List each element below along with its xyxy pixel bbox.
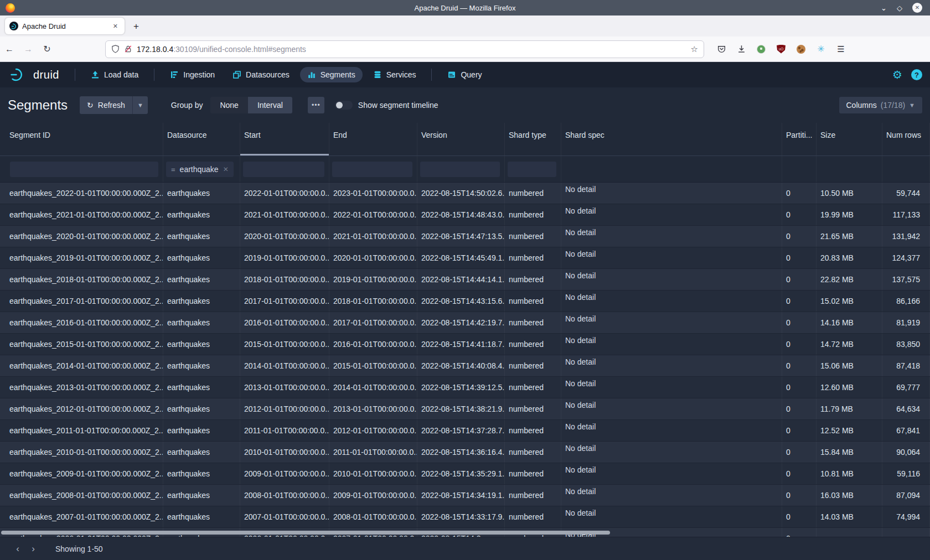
- cell-version[interactable]: 2022-08-15T14:38:21.9...: [417, 398, 505, 419]
- column-header-partition[interactable]: Partiti...: [782, 123, 817, 155]
- cell-version[interactable]: 2022-08-15T14:34:19.1...: [417, 485, 505, 506]
- cell-partition[interactable]: 0: [782, 463, 817, 484]
- cell-start[interactable]: 2009-01-01T00:00:00.0...: [240, 463, 329, 484]
- cell-id[interactable]: earthquakes_2017-01-01T00:00:00.000Z_2..…: [0, 291, 163, 312]
- cell-end[interactable]: 2008-01-01T00:00:00.0...: [329, 506, 417, 527]
- cell-end[interactable]: 2021-01-01T00:00:00.0...: [329, 226, 417, 247]
- gear-icon[interactable]: ⚙: [892, 69, 902, 80]
- cell-partition[interactable]: 0: [782, 485, 817, 506]
- more-options-button[interactable]: •••: [308, 97, 324, 113]
- cell-datasource[interactable]: earthquakes: [163, 420, 240, 441]
- shield-icon[interactable]: [111, 45, 120, 53]
- cell-shard_spec[interactable]: No detail: [561, 269, 782, 290]
- cell-start[interactable]: 2018-01-01T00:00:00.0...: [240, 269, 329, 290]
- ublock-icon[interactable]: uO: [776, 44, 786, 54]
- cell-partition[interactable]: 0: [782, 183, 817, 204]
- back-button[interactable]: ←: [0, 44, 19, 54]
- cell-end[interactable]: 2018-01-01T00:00:00.0...: [329, 291, 417, 312]
- cell-num_rows[interactable]: 59,116: [882, 463, 930, 484]
- cell-shard_type[interactable]: numbered: [505, 442, 561, 463]
- nav-item-load-data[interactable]: Load data: [84, 67, 146, 82]
- cell-partition[interactable]: 0: [782, 334, 817, 355]
- table-row[interactable]: earthquakes_2021-01-01T00:00:00.000Z_2..…: [0, 204, 930, 226]
- forward-button[interactable]: →: [19, 44, 38, 54]
- filter-input-end[interactable]: [332, 162, 412, 177]
- filter-input-start[interactable]: [243, 162, 324, 177]
- cell-datasource[interactable]: earthquakes: [163, 355, 240, 376]
- cell-id[interactable]: earthquakes_2013-01-01T00:00:00.000Z_2..…: [0, 377, 163, 398]
- cell-shard_spec[interactable]: No detail: [561, 442, 782, 463]
- tab-close-icon[interactable]: ✕: [111, 22, 120, 31]
- cell-partition[interactable]: 0: [782, 506, 817, 527]
- cell-partition[interactable]: 0: [782, 226, 817, 247]
- cell-num_rows[interactable]: 81,919: [882, 312, 930, 333]
- cell-version[interactable]: 2022-08-15T14:36:16.4...: [417, 442, 505, 463]
- cell-version[interactable]: 2022-08-15T14:48:43.0...: [417, 204, 505, 225]
- nav-item-services[interactable]: Services: [366, 67, 423, 82]
- cell-start[interactable]: 2013-01-01T00:00:00.0...: [240, 377, 329, 398]
- cell-start[interactable]: 2020-01-01T00:00:00.0...: [240, 226, 329, 247]
- cell-datasource[interactable]: earthquakes: [163, 247, 240, 268]
- cell-partition[interactable]: 0: [782, 204, 817, 225]
- extension-green-icon[interactable]: [756, 44, 766, 54]
- cell-partition[interactable]: 0: [782, 312, 817, 333]
- cell-end[interactable]: 2017-01-01T00:00:00.0...: [329, 312, 417, 333]
- cell-shard_spec[interactable]: No detail: [561, 312, 782, 333]
- cell-partition[interactable]: 0: [782, 247, 817, 268]
- bookmark-star-icon[interactable]: ☆: [691, 44, 698, 54]
- filter-input-shard_type[interactable]: [508, 162, 556, 177]
- cell-end[interactable]: 2019-01-01T00:00:00.0...: [329, 269, 417, 290]
- nav-item-datasources[interactable]: Datasources: [225, 67, 297, 82]
- cell-start[interactable]: 2016-01-01T00:00:00.0...: [240, 312, 329, 333]
- cell-version[interactable]: 2022-08-15T14:45:49.1...: [417, 247, 505, 268]
- column-header-end[interactable]: End: [329, 123, 417, 155]
- cell-datasource[interactable]: earthquakes: [163, 506, 240, 527]
- table-row[interactable]: earthquakes_2019-01-01T00:00:00.000Z_2..…: [0, 247, 930, 269]
- cell-version[interactable]: 2022-08-15T14:37:28.7...: [417, 420, 505, 441]
- cell-datasource[interactable]: earthquakes: [163, 334, 240, 355]
- cell-id[interactable]: earthquakes_2020-01-01T00:00:00.000Z_2..…: [0, 226, 163, 247]
- cell-size[interactable]: 10.81 MB: [817, 463, 882, 484]
- cell-datasource[interactable]: earthquakes: [163, 269, 240, 290]
- cell-id[interactable]: earthquakes_2018-01-01T00:00:00.000Z_2..…: [0, 269, 163, 290]
- browser-tab[interactable]: Apache Druid ✕: [5, 18, 125, 34]
- cell-num_rows[interactable]: 87,418: [882, 355, 930, 376]
- cell-id[interactable]: earthquakes_2011-01-01T00:00:00.000Z_2..…: [0, 420, 163, 441]
- table-row[interactable]: earthquakes_2010-01-01T00:00:00.000Z_2..…: [0, 442, 930, 463]
- cell-start[interactable]: 2017-01-01T00:00:00.0...: [240, 291, 329, 312]
- cell-num_rows[interactable]: 86,166: [882, 291, 930, 312]
- insecure-lock-icon[interactable]: [124, 45, 132, 53]
- table-row[interactable]: earthquakes_2014-01-01T00:00:00.000Z_2..…: [0, 355, 930, 377]
- cell-datasource[interactable]: earthquakes: [163, 204, 240, 225]
- cell-num_rows[interactable]: 131,942: [882, 226, 930, 247]
- cell-shard_spec[interactable]: No detail: [561, 183, 782, 204]
- column-header-num_rows[interactable]: Num rows: [882, 123, 930, 155]
- next-page-button[interactable]: ›: [25, 541, 41, 557]
- cell-datasource[interactable]: earthquakes: [163, 463, 240, 484]
- cell-shard_type[interactable]: numbered: [505, 183, 561, 204]
- column-header-shard_spec[interactable]: Shard spec: [561, 123, 782, 155]
- table-row[interactable]: earthquakes_2012-01-01T00:00:00.000Z_2..…: [0, 398, 930, 420]
- table-row[interactable]: earthquakes_2008-01-01T00:00:00.000Z_2..…: [0, 485, 930, 506]
- cell-shard_spec[interactable]: No detail: [561, 506, 782, 527]
- cell-size[interactable]: 14.16 MB: [817, 312, 882, 333]
- columns-button[interactable]: Columns (17/18) ▼: [839, 97, 923, 113]
- datasource-filter-chip[interactable]: =earthquake✕: [166, 162, 234, 177]
- cell-end[interactable]: 2015-01-01T00:00:00.0...: [329, 355, 417, 376]
- cell-partition[interactable]: 0: [782, 291, 817, 312]
- minimize-icon[interactable]: ⌄: [881, 4, 887, 12]
- refresh-button[interactable]: ↻ Refresh: [80, 96, 132, 114]
- cell-shard_type[interactable]: numbered: [505, 247, 561, 268]
- cell-num_rows[interactable]: 64,634: [882, 398, 930, 419]
- cell-version[interactable]: 2022-08-15T14:39:12.5...: [417, 377, 505, 398]
- column-header-id[interactable]: Segment ID: [0, 123, 163, 155]
- segment-timeline-toggle[interactable]: [335, 101, 353, 110]
- cell-num_rows[interactable]: 74,994: [882, 506, 930, 527]
- cell-num_rows[interactable]: 137,575: [882, 269, 930, 290]
- cookie-extension-icon[interactable]: [796, 44, 806, 54]
- cell-start[interactable]: 2015-01-01T00:00:00.0...: [240, 334, 329, 355]
- cell-datasource[interactable]: earthquakes: [163, 291, 240, 312]
- cell-start[interactable]: 2012-01-01T00:00:00.0...: [240, 398, 329, 419]
- druid-logo[interactable]: druid: [10, 68, 59, 82]
- cell-start[interactable]: 2008-01-01T00:00:00.0...: [240, 485, 329, 506]
